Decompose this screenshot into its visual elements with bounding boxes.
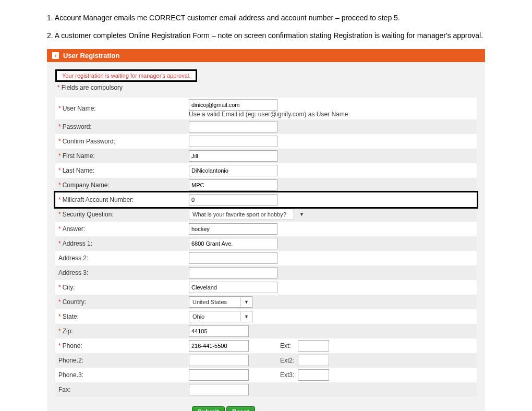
state-select[interactable]: Ohio▼ [189, 311, 252, 322]
panel-title: User Registration [63, 52, 119, 59]
label-address3: Address 3: [58, 269, 88, 276]
label-confirm-password: Confirm Password: [63, 138, 115, 145]
last-name-input[interactable] [189, 165, 277, 176]
approval-notice: Your registration is waiting for manager… [55, 69, 197, 82]
label-zip: Zip: [63, 328, 73, 335]
label-address2: Address 2: [58, 255, 88, 262]
form-rows: *User Name: Use a valid Email id (eg: us… [55, 98, 477, 397]
reset-button[interactable]: Reset [226, 406, 255, 411]
ext2-input[interactable] [298, 355, 329, 366]
zip-input[interactable] [189, 325, 249, 337]
label-phone3: Phone.3: [58, 371, 83, 379]
panel-header: › User Registration [47, 49, 485, 62]
answer-input[interactable] [189, 223, 277, 235]
panel-body: Your registration is waiting for manager… [47, 62, 485, 411]
confirm-password-input[interactable] [189, 136, 277, 147]
registration-panel: › User Registration Your registration is… [47, 49, 485, 411]
ext-input[interactable] [298, 340, 329, 352]
phone2-input[interactable] [189, 355, 249, 366]
caret-down-icon: ▼ [241, 314, 252, 319]
label-first-name: First Name: [63, 152, 95, 160]
chevron-right-icon: › [52, 52, 59, 59]
security-question-select[interactable]: What is your favorite sport or hobby? [189, 209, 294, 220]
instruction-step2: 2. A customer completes Online Registrat… [47, 31, 485, 40]
label-account-number: Millcraft Account Number: [63, 196, 134, 203]
phone-input[interactable] [189, 340, 249, 352]
label-phone2: Phone.2: [58, 357, 83, 364]
password-input[interactable] [189, 121, 277, 132]
label-ext3: Ext3: [280, 371, 298, 379]
address2-input[interactable] [189, 252, 277, 264]
label-phone: Phone: [63, 342, 82, 349]
country-select[interactable]: United States▼ [189, 296, 252, 308]
first-name-input[interactable] [189, 150, 277, 162]
ext3-input[interactable] [298, 369, 329, 381]
compulsory-note: *Fields are compulsory [57, 84, 477, 91]
username-input[interactable] [189, 99, 277, 111]
username-helper: Use a valid Email id (eg: user@ignify.co… [189, 111, 348, 118]
label-address1: Address 1: [63, 240, 92, 247]
label-security-question: Security Question: [63, 211, 114, 218]
label-city: City: [63, 284, 75, 291]
label-password: Password: [63, 123, 92, 130]
account-number-input[interactable] [189, 194, 277, 206]
phone3-input[interactable] [189, 369, 249, 381]
label-answer: Answer: [63, 225, 85, 233]
label-state: State: [63, 313, 79, 320]
label-ext: Ext: [280, 342, 298, 349]
company-name-input[interactable] [189, 179, 277, 191]
address3-input[interactable] [189, 267, 277, 279]
label-country: Country: [63, 298, 86, 306]
address1-input[interactable] [189, 238, 277, 249]
label-ext2: Ext2: [280, 357, 298, 364]
city-input[interactable] [189, 282, 277, 293]
label-company-name: Company Name: [63, 182, 110, 189]
caret-down-icon: ▼ [241, 299, 252, 305]
instruction-step1: 1. Account Manager emails me CORRECT cus… [47, 14, 485, 22]
label-fax: Fax: [58, 386, 70, 393]
caret-down-icon[interactable]: ▼ [299, 212, 304, 217]
submit-button[interactable]: Submit [192, 406, 225, 411]
fax-input[interactable] [189, 384, 249, 395]
label-username: User Name: [63, 105, 96, 112]
label-last-name: Last Name: [63, 167, 94, 174]
